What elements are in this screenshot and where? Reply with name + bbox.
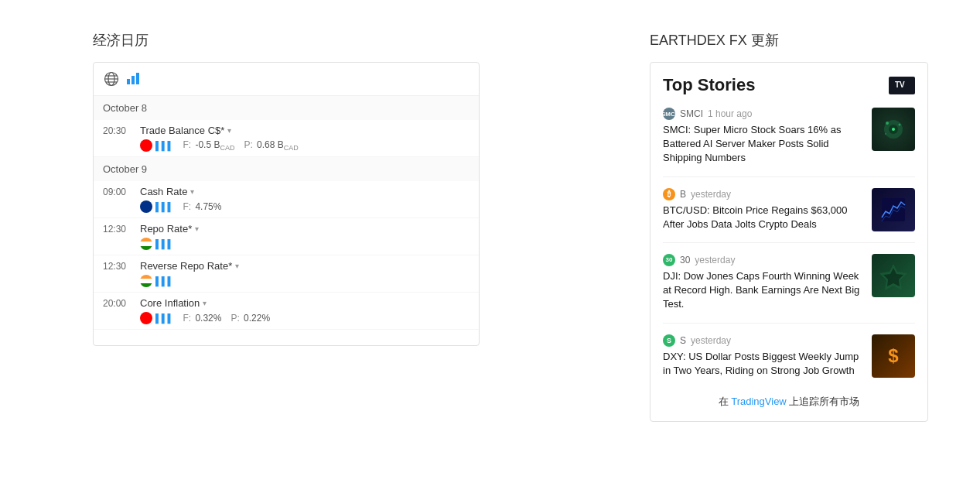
event-repo-rate: 12:30 Repo Rate* ▾ ▌▌▌ bbox=[94, 218, 479, 255]
event-reverse-repo-rate: 12:30 Reverse Repo Rate* ▾ ▌▌▌ bbox=[94, 255, 479, 293]
bar-mini-icon: ▌▌▌ bbox=[155, 141, 173, 150]
svg-point-12 bbox=[892, 128, 895, 131]
forecast-core-inflation: F: 0.32% bbox=[183, 313, 221, 324]
chevron-icon: ▾ bbox=[227, 126, 231, 135]
left-title: 经济日历 bbox=[93, 31, 495, 50]
event-name-trade-balance[interactable]: Trade Balance C$* ▾ bbox=[140, 125, 231, 136]
news-source-dxy: S S yesterday bbox=[663, 334, 864, 347]
news-left-smci: SMCI SMCI 1 hour ago SMCI: Super Micro S… bbox=[663, 108, 864, 166]
news-source-smci: SMCI SMCI 1 hour ago bbox=[663, 108, 864, 120]
svg-rect-5 bbox=[127, 79, 130, 84]
news-icon-smci: SMCI bbox=[663, 108, 675, 120]
news-source-name-smci: SMCI bbox=[680, 108, 703, 119]
forecast-trade-balance: F: -0.5 BCAD bbox=[183, 139, 234, 152]
news-heading: Top Stories bbox=[663, 75, 755, 95]
svg-point-14 bbox=[899, 124, 901, 126]
flag-area-ca1: ▌▌▌ bbox=[140, 139, 173, 152]
news-source-name-dji: 30 bbox=[680, 255, 690, 265]
flag-area-in1: ▌▌▌ bbox=[140, 238, 173, 250]
svg-text:TV: TV bbox=[895, 80, 905, 89]
news-item-btc[interactable]: ₿ B yesterday BTC/USD: Bitcoin Price Reg… bbox=[663, 188, 915, 243]
event-details-cash-rate: ▌▌▌ F: 4.75% bbox=[103, 200, 470, 213]
flag-area-au: ▌▌▌ bbox=[140, 200, 173, 213]
news-text-dji: DJI: Dow Jones Caps Fourth Winning Week … bbox=[663, 269, 864, 312]
previous-trade-balance: P: 0.68 BCAD bbox=[244, 139, 298, 152]
event-name-repo-rate[interactable]: Repo Rate* ▾ bbox=[140, 223, 199, 235]
news-thumb-smci bbox=[872, 108, 915, 151]
news-text-smci: SMCI: Super Micro Stock Soars 16% as Bat… bbox=[663, 123, 864, 166]
forecast-cash-rate: F: 4.75% bbox=[183, 201, 221, 212]
news-thumb-dxy: $ bbox=[872, 334, 915, 378]
news-left-dxy: S S yesterday DXY: US Dollar Posts Bigge… bbox=[663, 334, 864, 378]
date-header-oct9: October 9 bbox=[94, 157, 479, 181]
news-thumb-dji bbox=[872, 254, 915, 297]
calendar-scroll[interactable]: October 8 20:30 Trade Balance C$* ▾ ▌▌▌ bbox=[94, 96, 479, 345]
flag-ca-icon-2 bbox=[140, 312, 152, 324]
event-time-reverse-repo: 12:30 bbox=[103, 261, 134, 272]
news-item-dxy[interactable]: S S yesterday DXY: US Dollar Posts Bigge… bbox=[663, 334, 915, 389]
event-details-repo-rate: ▌▌▌ bbox=[103, 238, 470, 250]
news-text-dxy: DXY: US Dollar Posts Biggest Weekly Jump… bbox=[663, 350, 864, 378]
right-section: EARTHDEX FX 更新 Top Stories TV SMCI bbox=[650, 31, 928, 422]
news-text-btc: BTC/USD: Bitcoin Price Regains $63,000 A… bbox=[663, 204, 864, 231]
event-cash-rate: 09:00 Cash Rate ▾ ▌▌▌ F: 4.75% bbox=[94, 181, 479, 218]
news-left-btc: ₿ B yesterday BTC/USD: Bitcoin Price Reg… bbox=[663, 188, 864, 231]
event-name-core-inflation[interactable]: Core Inflation ▾ bbox=[140, 297, 207, 309]
news-time-btc: yesterday bbox=[691, 189, 731, 200]
event-core-inflation: 20:00 Core Inflation ▾ ▌▌▌ F: 0.32% bbox=[94, 293, 479, 330]
news-source-btc: ₿ B yesterday bbox=[663, 188, 864, 200]
event-time-core-inflation: 20:00 bbox=[103, 298, 134, 309]
tv-logo: TV bbox=[889, 77, 915, 94]
left-section: 经济日历 bbox=[93, 31, 495, 422]
svg-rect-7 bbox=[136, 73, 139, 84]
news-time-smci: 1 hour ago bbox=[708, 108, 752, 119]
event-trade-balance: 20:30 Trade Balance C$* ▾ ▌▌▌ F: -0.5 BC… bbox=[94, 120, 479, 157]
news-footer: 在 TradingView 上追踪所有市场 bbox=[663, 395, 915, 409]
flag-ca-icon bbox=[140, 139, 152, 152]
news-time-dji: yesterday bbox=[695, 255, 735, 265]
bar-mini-icon-3: ▌▌▌ bbox=[155, 239, 173, 248]
date-header-oct8: October 8 bbox=[94, 96, 479, 120]
news-item-dji[interactable]: 30 30 yesterday DJI: Dow Jones Caps Four… bbox=[663, 254, 915, 324]
news-thumb-btc bbox=[872, 188, 915, 231]
flag-area-in2: ▌▌▌ bbox=[140, 275, 173, 287]
news-icon-btc: ₿ bbox=[663, 188, 675, 200]
news-icon-dxy: S bbox=[663, 334, 675, 347]
event-time-repo-rate: 12:30 bbox=[103, 224, 134, 235]
svg-point-15 bbox=[885, 133, 886, 135]
bar-mini-icon-2: ▌▌▌ bbox=[155, 202, 173, 211]
news-item-smci[interactable]: SMCI SMCI 1 hour ago SMCI: Super Micro S… bbox=[663, 108, 915, 177]
news-header: Top Stories TV bbox=[663, 75, 915, 95]
news-source-name-btc: B bbox=[680, 189, 686, 200]
calendar-header bbox=[94, 63, 479, 96]
event-details-trade-balance: ▌▌▌ F: -0.5 BCAD P: 0.68 BCAD bbox=[103, 139, 470, 152]
bar-mini-icon-5: ▌▌▌ bbox=[155, 313, 173, 323]
event-time-1: 20:30 bbox=[103, 125, 134, 136]
event-time-cash-rate: 09:00 bbox=[103, 187, 134, 197]
chevron-icon-2: ▾ bbox=[190, 187, 194, 196]
event-name-cash-rate[interactable]: Cash Rate ▾ bbox=[140, 186, 194, 197]
svg-point-13 bbox=[886, 122, 889, 125]
flag-in-icon-2 bbox=[140, 275, 152, 287]
chevron-icon-3: ▾ bbox=[195, 224, 199, 233]
tradingview-link[interactable]: TradingView bbox=[731, 396, 787, 407]
news-left-dji: 30 30 yesterday DJI: Dow Jones Caps Four… bbox=[663, 254, 864, 312]
previous-core-inflation: P: 0.22% bbox=[230, 313, 270, 324]
event-details-reverse-repo: ▌▌▌ bbox=[103, 275, 470, 287]
calendar-widget: October 8 20:30 Trade Balance C$* ▾ ▌▌▌ bbox=[93, 62, 480, 346]
globe-icon[interactable] bbox=[103, 70, 120, 87]
chevron-icon-5: ▾ bbox=[203, 299, 207, 307]
news-icon-dji: 30 bbox=[663, 254, 675, 266]
news-time-dxy: yesterday bbox=[691, 335, 731, 346]
event-name-reverse-repo[interactable]: Reverse Repo Rate* ▾ bbox=[140, 260, 239, 272]
bar-mini-icon-4: ▌▌▌ bbox=[155, 276, 173, 286]
flag-area-ca2: ▌▌▌ bbox=[140, 312, 173, 324]
bar-chart-icon[interactable] bbox=[126, 71, 140, 87]
news-widget: Top Stories TV SMCI SMCI 1 ho bbox=[650, 62, 928, 422]
chevron-icon-4: ▾ bbox=[235, 262, 239, 270]
dollar-symbol: $ bbox=[888, 345, 898, 367]
flag-in-icon-1 bbox=[140, 238, 152, 250]
news-source-dji: 30 30 yesterday bbox=[663, 254, 864, 266]
flag-au-icon bbox=[140, 200, 152, 213]
svg-rect-6 bbox=[131, 76, 135, 84]
